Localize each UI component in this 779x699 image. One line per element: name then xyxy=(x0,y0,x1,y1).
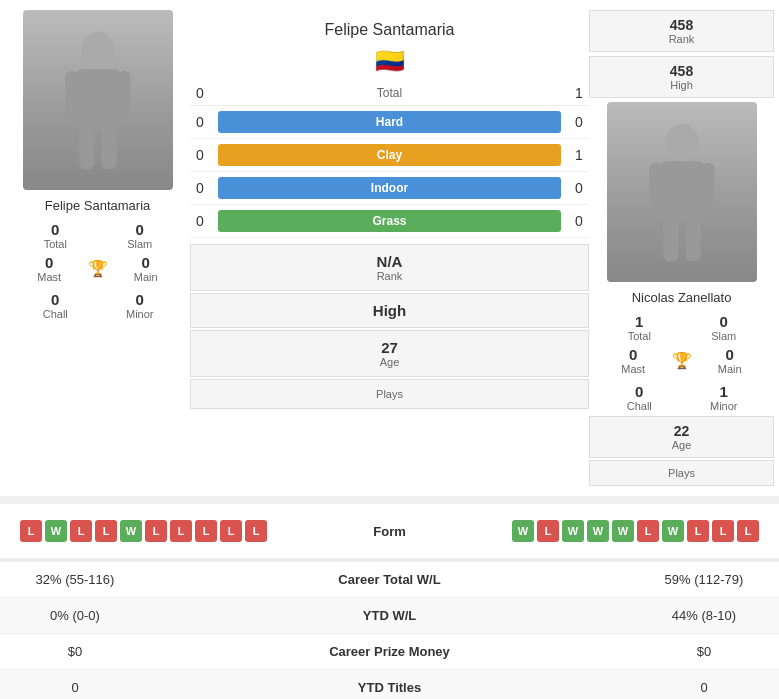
right-form-badges: WLWWWLWLLL xyxy=(512,520,759,542)
center-plays-label: Plays xyxy=(199,388,580,400)
right-form-badge-l: L xyxy=(712,520,734,542)
svg-rect-3 xyxy=(117,71,130,118)
surface-badge-grass: Grass xyxy=(218,210,561,232)
left-form-badge-w: W xyxy=(45,520,67,542)
svg-rect-2 xyxy=(65,71,78,118)
right-minor-stats: 0 Chall 1 Minor xyxy=(589,383,774,412)
left-minor-stats: 0 Chall 0 Minor xyxy=(5,291,190,320)
right-rank-box: 458 Rank xyxy=(589,10,774,52)
right-mast-stat: 0 Mast xyxy=(599,346,668,375)
total-right-value: 1 xyxy=(569,85,589,101)
surface-right-indoor: 0 xyxy=(569,180,589,196)
left-form-badge-w: W xyxy=(120,520,142,542)
left-form-badge-l: L xyxy=(245,520,267,542)
stats-row-label-2: Career Prize Money xyxy=(135,644,644,659)
center-rank-box: N/A Rank xyxy=(190,244,589,291)
left-mast-row: 0 Mast 🏆 0 Main xyxy=(5,254,190,283)
stats-row-right-3: 0 xyxy=(644,680,764,695)
stats-row-left-2: $0 xyxy=(15,644,135,659)
right-player-svg xyxy=(642,122,722,262)
right-slam-stat: 0 Slam xyxy=(684,313,765,342)
right-high-box: 458High xyxy=(589,56,774,98)
left-chall-label: Chall xyxy=(43,308,68,320)
left-mast-stat: 0 Mast xyxy=(15,254,84,283)
right-form-badge-l: L xyxy=(537,520,559,542)
right-main-label: Main xyxy=(718,363,742,375)
right-player-photo xyxy=(607,102,757,282)
right-mast-label: Mast xyxy=(621,363,645,375)
left-minor-stat: 0 Minor xyxy=(100,291,181,320)
right-form-badge-w: W xyxy=(512,520,534,542)
left-slam-value: 0 xyxy=(136,221,144,238)
left-form-badge-l: L xyxy=(95,520,117,542)
left-main-value: 0 xyxy=(142,254,150,271)
svg-rect-8 xyxy=(649,163,662,210)
right-minor-stat: 1 Minor xyxy=(684,383,765,412)
right-rank-label: Rank xyxy=(596,33,767,45)
right-rank-value: 458 xyxy=(596,17,767,33)
right-age-label: Age xyxy=(596,439,767,451)
center-age-value: 27 xyxy=(199,339,580,356)
left-chall-value: 0 xyxy=(51,291,59,308)
left-slam-label: Slam xyxy=(127,238,152,250)
surface-row-clay: 0Clay1 xyxy=(190,139,589,172)
stats-table: 32% (55-116)Career Total W/L59% (112-79)… xyxy=(0,562,779,699)
left-player-silhouette xyxy=(23,10,173,190)
surface-row-hard: 0Hard0 xyxy=(190,106,589,139)
right-form-badge-w: W xyxy=(612,520,634,542)
total-label: Total xyxy=(210,86,569,100)
svg-rect-5 xyxy=(101,127,116,169)
right-plays-label: Plays xyxy=(596,467,767,479)
center-high-box: High xyxy=(190,293,589,328)
surface-badge-clay: Clay xyxy=(218,144,561,166)
total-row: 0 Total 1 xyxy=(190,81,589,106)
right-total-stat: 1 Total xyxy=(599,313,680,342)
left-player-card: Felipe Santamaria 0 Total 0 Slam 0 Mast … xyxy=(5,10,190,320)
right-form-badge-l: L xyxy=(687,520,709,542)
left-player-svg xyxy=(58,30,138,170)
surface-row-indoor: 0Indoor0 xyxy=(190,172,589,205)
left-trophy-icon: 🏆 xyxy=(88,259,108,278)
left-main-stat: 0 Main xyxy=(112,254,181,283)
center-age-label: Age xyxy=(199,356,580,368)
stats-row-right-0: 59% (112-79) xyxy=(644,572,764,587)
left-player-photo xyxy=(23,10,173,190)
left-player-stats: 0 Total 0 Slam xyxy=(5,221,190,250)
left-mast-label: Mast xyxy=(37,271,61,283)
right-slam-label: Slam xyxy=(711,330,736,342)
right-trophy-icon: 🏆 xyxy=(672,351,692,370)
stats-row-label-0: Career Total W/L xyxy=(135,572,644,587)
form-section: LWLLWLLLLL Form WLWWWLWLLL xyxy=(0,504,779,558)
left-form-badge-l: L xyxy=(70,520,92,542)
right-minor-value: 1 xyxy=(720,383,728,400)
left-player-name: Felipe Santamaria xyxy=(45,198,151,213)
right-player-stats: 1 Total 0 Slam xyxy=(589,313,774,342)
svg-rect-10 xyxy=(663,219,678,261)
right-total-label: Total xyxy=(628,330,651,342)
left-total-value: 0 xyxy=(51,221,59,238)
right-high-label: High xyxy=(596,79,767,91)
right-player-silhouette xyxy=(607,102,757,282)
svg-rect-7 xyxy=(658,161,705,222)
left-form-badge-l: L xyxy=(20,520,42,542)
main-container: Felipe Santamaria 0 Total 0 Slam 0 Mast … xyxy=(0,0,779,699)
surface-left-clay: 0 xyxy=(190,147,210,163)
surface-left-indoor: 0 xyxy=(190,180,210,196)
left-mast-value: 0 xyxy=(45,254,53,271)
left-slam-stat: 0 Slam xyxy=(100,221,181,250)
center-left-player-name: Felipe Santamaria xyxy=(325,20,455,41)
form-row: LWLLWLLLLL Form WLWWWLWLLL xyxy=(10,514,769,548)
stats-row-right-2: $0 xyxy=(644,644,764,659)
surface-left-grass: 0 xyxy=(190,213,210,229)
right-chall-label: Chall xyxy=(627,400,652,412)
right-age-box: 22Age xyxy=(589,416,774,458)
stats-row-0: 32% (55-116)Career Total W/L59% (112-79) xyxy=(0,562,779,598)
right-form-badge-l: L xyxy=(637,520,659,542)
player-comparison: Felipe Santamaria 0 Total 0 Slam 0 Mast … xyxy=(0,0,779,496)
left-minor-label: Minor xyxy=(126,308,154,320)
stats-row-1: 0% (0-0)YTD W/L44% (8-10) xyxy=(0,598,779,634)
stats-row-right-1: 44% (8-10) xyxy=(644,608,764,623)
surface-left-hard: 0 xyxy=(190,114,210,130)
left-total-label: Total xyxy=(44,238,67,250)
right-form-badge-l: L xyxy=(737,520,759,542)
